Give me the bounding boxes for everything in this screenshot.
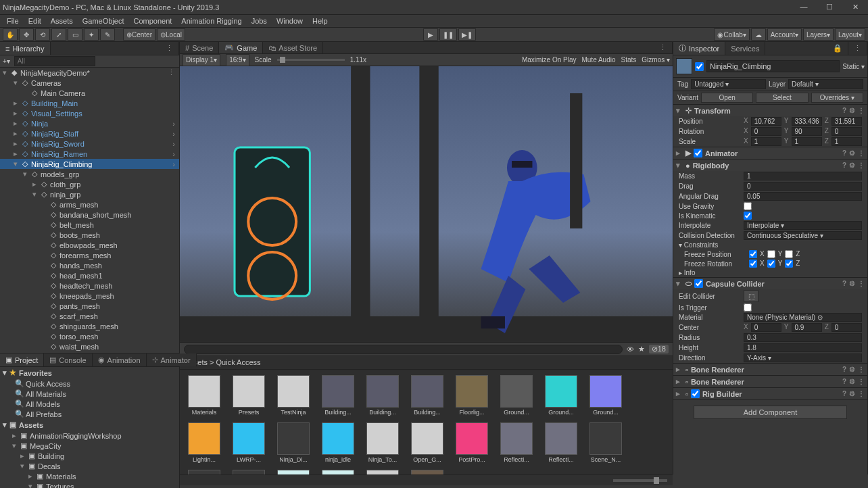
- play-button[interactable]: ▶: [423, 28, 438, 41]
- hierarchy-item[interactable]: ◇torso_mesh: [0, 331, 179, 341]
- hierarchy-item[interactable]: ▸◇Visual_Settings: [0, 108, 179, 118]
- close-icon[interactable]: ✕: [845, 3, 865, 11]
- asset-item[interactable]: Lightin...: [185, 422, 223, 463]
- folder-item[interactable]: ▾▣MegaCity: [0, 441, 179, 451]
- menu-gameobject[interactable]: GameObject: [78, 16, 128, 26]
- tab-scene[interactable]: # Scene: [180, 42, 219, 53]
- hierarchy-item[interactable]: ▾◇NinjaRig_Climbing›: [0, 159, 179, 169]
- gizmos-button[interactable]: Gizmos ▾: [642, 56, 670, 64]
- object-name-input[interactable]: [706, 60, 840, 72]
- breadcrumb[interactable]: Assets > Quick Access: [180, 356, 673, 370]
- favorite-filter-icon[interactable]: ★: [638, 345, 645, 353]
- select-prefab-button[interactable]: Select: [756, 93, 808, 103]
- rigidbody-header[interactable]: ▾● Rigidbody?⚙⋮: [673, 160, 867, 171]
- preset-icon[interactable]: ⚙: [849, 107, 855, 114]
- search-filter-icon[interactable]: 👁: [627, 345, 634, 353]
- tab-services[interactable]: Services: [725, 42, 765, 55]
- transform-header[interactable]: ▾⊹ Transform?⚙⋮: [673, 105, 867, 116]
- layers-button[interactable]: Layers ▾: [803, 28, 834, 41]
- mass-input[interactable]: 1: [744, 172, 862, 180]
- tab-animation[interactable]: ◉ Animation: [93, 353, 147, 366]
- hidden-count-badge[interactable]: ⊘18: [649, 345, 669, 353]
- menu-edit[interactable]: Edit: [24, 16, 45, 26]
- favorite-item[interactable]: 🔍All Models: [0, 399, 179, 409]
- folder-item[interactable]: ▾▣Textures: [0, 481, 179, 488]
- assets-header[interactable]: ▾▣ Assets: [0, 419, 179, 431]
- rot-y-input[interactable]: 90: [792, 127, 822, 136]
- hierarchy-item[interactable]: ▾◇Cameras: [0, 78, 179, 88]
- tab-hierarchy[interactable]: ≡ Hierarchy: [0, 42, 51, 55]
- center-y[interactable]: 0.9: [792, 323, 822, 332]
- custom-tool-icon[interactable]: ✎: [100, 28, 115, 41]
- pos-x-input[interactable]: 10.762: [751, 117, 781, 126]
- scene-row[interactable]: ▾◆NinjaMegacityDemo*⋮: [0, 68, 179, 78]
- animator-enable[interactable]: [694, 149, 702, 157]
- hierarchy-item[interactable]: ◇bandana_short_mesh: [0, 210, 179, 220]
- asset-item[interactable]: Presets: [230, 375, 268, 416]
- animator-header[interactable]: ▸▶ Animator?⚙⋮: [673, 147, 867, 159]
- kinematic-checkbox[interactable]: [744, 212, 752, 220]
- adrag-input[interactable]: 0.05: [744, 192, 862, 201]
- tab-console[interactable]: ▤ Console: [44, 353, 92, 366]
- asset-item[interactable]: Ground...: [498, 375, 535, 416]
- rig-enable[interactable]: [691, 389, 700, 398]
- favorite-item[interactable]: 🔍All Materials: [0, 389, 179, 399]
- menu-jobs[interactable]: Jobs: [247, 16, 271, 26]
- hierarchy-item[interactable]: ◇belt_mesh: [0, 220, 179, 230]
- asset-item[interactable]: LWRP-...: [230, 422, 268, 463]
- pivot-center-button[interactable]: ⊕Center: [123, 28, 155, 41]
- asset-item[interactable]: Materials: [185, 375, 223, 416]
- hierarchy-item[interactable]: ◇boots_mesh: [0, 230, 179, 240]
- layout-button[interactable]: Layout ▾: [835, 28, 865, 41]
- capsule-header[interactable]: ▾⬭ Capsule Collider?⚙⋮: [673, 278, 867, 289]
- hierarchy-item[interactable]: ◇scarf_mesh: [0, 311, 179, 321]
- asset-item[interactable]: Building...: [408, 375, 446, 416]
- menu-help[interactable]: Help: [308, 16, 332, 26]
- edit-collider-button[interactable]: ⬚: [744, 290, 758, 302]
- menu-file[interactable]: File: [3, 16, 23, 26]
- drag-input[interactable]: 0: [744, 182, 862, 191]
- lock-icon[interactable]: 🔒: [827, 42, 848, 55]
- cloud-icon[interactable]: ☁: [751, 28, 766, 41]
- project-search-input[interactable]: [184, 345, 623, 354]
- tab-inspector[interactable]: ⓘ Inspector: [673, 42, 725, 55]
- favorite-item[interactable]: 🔍Quick Access: [0, 379, 179, 389]
- thumbnail-size-slider[interactable]: [613, 479, 667, 482]
- asset-item[interactable]: Building...: [319, 375, 357, 416]
- hierarchy-item[interactable]: ◇elbowpads_mesh: [0, 240, 179, 250]
- bone-renderer-1[interactable]: ▸▫ Bone Renderer?⚙⋮: [673, 364, 867, 375]
- capsule-enable[interactable]: [694, 279, 703, 288]
- asset-item[interactable]: TwistC...: [319, 470, 357, 474]
- asset-item[interactable]: Floorlig...: [453, 375, 491, 416]
- active-checkbox[interactable]: [695, 62, 704, 71]
- menu-assets[interactable]: Assets: [47, 16, 77, 26]
- asset-item[interactable]: PostPro...: [453, 422, 491, 463]
- mute-audio[interactable]: Mute Audio: [581, 56, 615, 64]
- trigger-checkbox[interactable]: [744, 303, 752, 312]
- hierarchy-item[interactable]: ◇forearms_mesh: [0, 250, 179, 260]
- help-icon[interactable]: ?: [842, 107, 846, 114]
- rot-z-input[interactable]: 0: [831, 127, 862, 136]
- freeze-pos-z[interactable]: [785, 250, 793, 258]
- open-prefab-button[interactable]: Open: [701, 93, 753, 103]
- direction-dropdown[interactable]: Y-Axis ▾: [744, 353, 862, 362]
- scale-slider[interactable]: [277, 59, 345, 61]
- panel-menu-icon[interactable]: ⋮: [654, 42, 673, 53]
- hierarchy-item[interactable]: ▾◇models_grp: [0, 169, 179, 179]
- tab-asset-store[interactable]: 🛍 Asset Store: [263, 42, 323, 53]
- freeze-rot-z[interactable]: [785, 260, 793, 268]
- pos-z-input[interactable]: 31.591: [831, 117, 862, 126]
- hand-tool-icon[interactable]: ✋: [3, 28, 18, 41]
- hierarchy-item[interactable]: ◇waist_mesh: [0, 341, 179, 351]
- maximize-on-play[interactable]: Maximize On Play: [522, 56, 577, 64]
- asset-item[interactable]: TwoBon...: [364, 470, 402, 474]
- step-button[interactable]: ▶❚: [458, 28, 476, 41]
- asset-item[interactable]: Ninja_To...: [364, 422, 402, 463]
- scale-tool-icon[interactable]: ⤢: [51, 28, 66, 41]
- tab-project[interactable]: ▣ Project: [0, 353, 44, 366]
- hierarchy-item[interactable]: ◇head_mesh1: [0, 270, 179, 280]
- asset-item[interactable]: TestNinja: [274, 375, 312, 416]
- scl-x-input[interactable]: 1: [751, 137, 781, 146]
- pause-button[interactable]: ❚❚: [439, 28, 457, 41]
- hierarchy-item[interactable]: ▸◇NinjaRig_Ramen›: [0, 149, 179, 159]
